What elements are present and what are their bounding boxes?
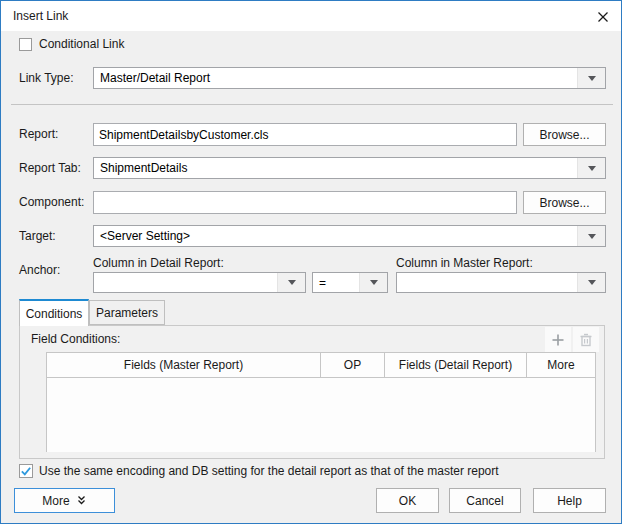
report-tab-label: Report Tab: [19,161,81,176]
tab-conditions[interactable]: Conditions [19,299,89,326]
cancel-button[interactable]: Cancel [449,488,521,513]
column-detail-combobox[interactable] [93,272,306,293]
tab-parameters-label: Parameters [96,306,158,320]
report-label: Report: [19,127,58,142]
column-detail-value [94,273,277,292]
target-label: Target: [19,229,56,244]
more-button-label: More [42,494,69,508]
link-type-combobox[interactable]: Master/Detail Report [93,67,606,89]
close-icon[interactable] [594,8,612,26]
report-tab-combobox[interactable]: ShipmentDetails [93,157,606,179]
anchor-label: Anchor: [19,263,60,278]
double-chevron-down-icon [76,495,87,506]
dialog-title: Insert Link [13,9,68,23]
add-condition-button[interactable] [545,327,571,352]
insert-link-dialog: Insert Link Conditional Link Link Type: … [0,0,622,524]
field-conditions-label: Field Conditions: [31,332,120,347]
more-button[interactable]: More [14,488,115,513]
chevron-down-icon [277,273,305,292]
same-encoding-checkbox[interactable] [19,464,33,478]
trash-icon [579,333,593,347]
conditional-link-label: Conditional Link [39,37,124,52]
link-type-label: Link Type: [19,71,73,86]
component-label: Component: [19,195,84,210]
chevron-down-icon [359,273,387,292]
chevron-down-icon [577,226,605,246]
same-encoding-label: Use the same encoding and DB setting for… [39,464,499,479]
delete-condition-button[interactable] [573,327,599,352]
ok-button[interactable]: OK [376,488,439,513]
separator [11,104,613,105]
column-master-combobox[interactable] [396,272,606,293]
column-detail-report-label: Column in Detail Report: [93,256,224,271]
component-browse-button[interactable]: Browse... [523,191,606,214]
title-bar: Insert Link [1,1,621,31]
conditional-link-checkbox[interactable] [19,38,32,51]
tab-conditions-label: Conditions [26,307,83,321]
component-input[interactable] [93,191,517,214]
plus-icon [551,333,565,347]
tab-parameters[interactable]: Parameters [89,300,165,325]
chevron-down-icon [577,158,605,178]
report-browse-button[interactable]: Browse... [523,123,606,146]
report-tab-value: ShipmentDetails [94,158,577,178]
column-master-value [397,273,577,292]
anchor-operator-combobox[interactable]: = [312,272,388,293]
anchor-operator-value: = [313,273,359,292]
table-header-row: Fields (Master Report) OP Fields (Detail… [47,353,595,378]
chevron-down-icon [577,273,605,292]
column-header-more: More [527,353,595,377]
column-header-op: OP [321,353,385,377]
chevron-down-icon [577,68,605,88]
target-value: <Server Setting> [94,226,577,246]
table-body-empty [47,378,595,452]
target-combobox[interactable]: <Server Setting> [93,225,606,247]
help-button[interactable]: Help [533,488,606,513]
column-master-report-label: Column in Master Report: [396,256,533,271]
column-header-fields-master: Fields (Master Report) [47,353,321,377]
link-type-value: Master/Detail Report [94,68,577,88]
field-conditions-table: Fields (Master Report) OP Fields (Detail… [46,352,596,452]
column-header-fields-detail: Fields (Detail Report) [385,353,527,377]
report-input[interactable] [93,123,517,146]
